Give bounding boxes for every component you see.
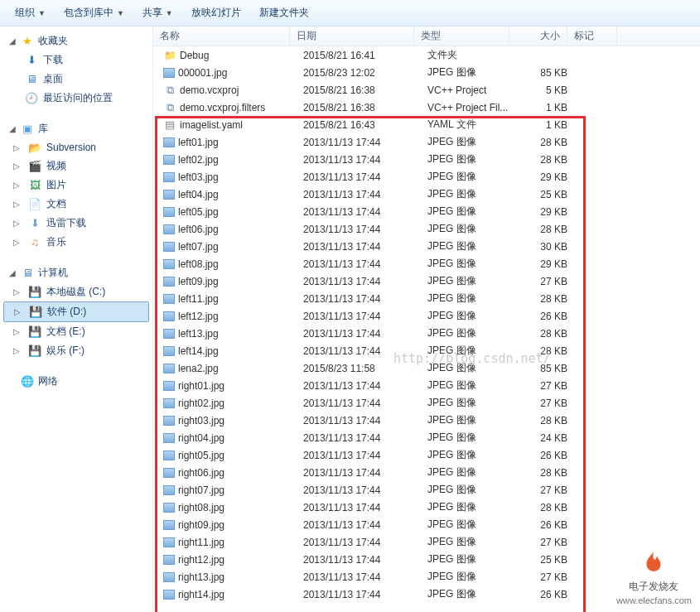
sidebar-item[interactable]: ▷🎬视频 (3, 157, 149, 176)
sidebar-item-label: 文档 (E:) (46, 325, 85, 339)
expand-icon[interactable]: ▷ (13, 287, 22, 296)
sub-icon: 📂 (28, 141, 41, 154)
jpg-icon (163, 398, 175, 408)
jpg-icon (163, 485, 175, 495)
file-row[interactable]: ▤imagelist.yaml2015/8/21 16:43YAML 文件1 K… (153, 116, 700, 133)
column-date[interactable]: 日期 (290, 27, 414, 46)
file-name: left14.jpg (178, 345, 219, 357)
file-list[interactable]: http://blog.csdn.net/ 📁Debug2015/8/21 16… (153, 46, 700, 612)
expand-icon[interactable]: ▷ (13, 181, 22, 190)
file-type: JPEG 图像 (421, 570, 516, 584)
sidebar-network[interactable]: 🌐 网络 (3, 372, 149, 391)
file-row[interactable]: 📁Debug2015/8/21 16:41文件夹 (153, 46, 700, 64)
file-row[interactable]: left09.jpg2013/11/13 17:44JPEG 图像27 KB (153, 272, 700, 290)
file-row[interactable]: right07.jpg2013/11/13 17:44JPEG 图像27 KB (153, 481, 700, 499)
jpg-icon (163, 207, 175, 217)
file-row[interactable]: ⧉demo.vcxproj.filters2015/8/21 16:38VC++… (153, 99, 700, 116)
file-row[interactable]: lena2.jpg2015/8/23 11:58JPEG 图像85 KB (153, 359, 700, 377)
file-size: 27 KB (516, 380, 574, 392)
toolbar-newfolder-label: 新建文件夹 (259, 6, 309, 20)
sidebar-item[interactable]: 🕘最近访问的位置 (3, 89, 149, 108)
file-row[interactable]: left14.jpg2013/11/13 17:44JPEG 图像28 KB (153, 342, 700, 359)
file-date: 2013/11/13 17:44 (297, 189, 421, 200)
sidebar-item-label: 视频 (46, 159, 66, 173)
file-row[interactable]: right01.jpg2013/11/13 17:44JPEG 图像27 KB (153, 377, 700, 394)
file-row[interactable]: 000001.jpg2015/8/23 12:02JPEG 图像85 KB (153, 64, 700, 81)
sidebar-item[interactable]: ▷💾文档 (E:) (3, 322, 149, 341)
file-date: 2013/11/13 17:44 (297, 137, 421, 148)
sidebar-item[interactable]: ▷⬇迅雷下载 (3, 214, 149, 233)
file-row[interactable]: left04.jpg2013/11/13 17:44JPEG 图像25 KB (153, 186, 700, 203)
file-row[interactable]: right02.jpg2013/11/13 17:44JPEG 图像27 KB (153, 394, 700, 412)
file-name: right07.jpg (178, 484, 224, 496)
file-date: 2013/11/13 17:44 (297, 171, 421, 183)
file-type: JPEG 图像 (421, 205, 516, 219)
expand-icon[interactable]: ▷ (13, 346, 22, 355)
column-type[interactable]: 类型 (414, 27, 509, 46)
sidebar-item[interactable]: ⬇下载 (3, 51, 149, 70)
file-row[interactable]: left01.jpg2013/11/13 17:44JPEG 图像28 KB (153, 133, 700, 151)
file-name: demo.vcxproj.filters (180, 102, 265, 113)
toolbar-organize[interactable]: 组织 ▼ (7, 2, 54, 23)
file-row[interactable]: right08.jpg2013/11/13 17:44JPEG 图像28 KB (153, 499, 700, 516)
file-date: 2013/11/13 17:44 (297, 571, 421, 583)
file-size: 85 KB (516, 67, 574, 79)
expand-icon[interactable]: ▷ (13, 161, 22, 171)
file-size: 28 KB (516, 328, 574, 340)
sidebar-item[interactable]: ▷🖼图片 (3, 176, 149, 195)
file-row[interactable]: ⧉demo.vcxproj2015/8/21 16:38VC++ Project… (153, 81, 700, 99)
file-type: VC++ Project (421, 84, 516, 96)
toolbar-include[interactable]: 包含到库中 ▼ (56, 2, 133, 23)
computer-icon: 🖥 (21, 267, 34, 280)
file-row[interactable]: left05.jpg2013/11/13 17:44JPEG 图像29 KB (153, 203, 700, 220)
file-row[interactable]: left07.jpg2013/11/13 17:44JPEG 图像30 KB (153, 238, 700, 255)
file-row[interactable]: left08.jpg2013/11/13 17:44JPEG 图像29 KB (153, 255, 700, 272)
file-size: 25 KB (516, 189, 574, 200)
file-type: JPEG 图像 (421, 257, 516, 271)
sidebar-item[interactable]: ▷📂Subversion (3, 138, 149, 157)
sidebar-favorites[interactable]: ◢ ★ 收藏夹 (3, 31, 149, 51)
file-type: JPEG 图像 (421, 535, 516, 549)
flame-icon (639, 548, 669, 578)
file-row[interactable]: left02.jpg2013/11/13 17:44JPEG 图像28 KB (153, 151, 700, 168)
toolbar-slideshow[interactable]: 放映幻灯片 (183, 2, 249, 23)
xl-icon: ⬇ (28, 217, 41, 230)
file-name: right04.jpg (178, 432, 224, 444)
expand-icon[interactable]: ▷ (14, 307, 22, 316)
sidebar-item[interactable]: ▷💾娱乐 (F:) (3, 341, 149, 360)
file-row[interactable]: left13.jpg2013/11/13 17:44JPEG 图像28 KB (153, 325, 700, 342)
sidebar-item[interactable]: ▷💾软件 (D:) (3, 301, 149, 322)
file-type: JPEG 图像 (421, 500, 516, 514)
expand-icon[interactable]: ▷ (13, 219, 22, 228)
file-row[interactable]: right04.jpg2013/11/13 17:44JPEG 图像24 KB (153, 429, 700, 446)
file-size: 28 KB (516, 502, 574, 513)
file-row[interactable]: right06.jpg2013/11/13 17:44JPEG 图像28 KB (153, 464, 700, 481)
sidebar-item[interactable]: ▷💾本地磁盘 (C:) (3, 282, 149, 301)
toolbar-newfolder[interactable]: 新建文件夹 (251, 2, 317, 23)
file-row[interactable]: right03.jpg2013/11/13 17:44JPEG 图像28 KB (153, 412, 700, 429)
expand-icon[interactable]: ▷ (13, 143, 22, 152)
file-row[interactable]: left06.jpg2013/11/13 17:44JPEG 图像28 KB (153, 220, 700, 238)
sidebar-item[interactable]: ▷♫音乐 (3, 233, 149, 252)
jpg-icon (163, 346, 175, 356)
sidebar-computer-label: 计算机 (38, 266, 68, 280)
expand-icon[interactable]: ▷ (13, 238, 22, 247)
expand-icon[interactable]: ▷ (13, 200, 22, 209)
column-name[interactable]: 名称 (153, 27, 290, 46)
file-row[interactable]: right09.jpg2013/11/13 17:44JPEG 图像26 KB (153, 516, 700, 533)
file-row[interactable]: left03.jpg2013/11/13 17:44JPEG 图像29 KB (153, 168, 700, 186)
column-size[interactable]: 大小 (509, 27, 567, 46)
file-type: JPEG 图像 (421, 170, 516, 184)
file-row[interactable]: right05.jpg2013/11/13 17:44JPEG 图像26 KB (153, 446, 700, 464)
column-tag[interactable]: 标记 (567, 27, 617, 46)
file-date: 2013/11/13 17:44 (297, 206, 421, 218)
sidebar-libraries[interactable]: ◢ ▣ 库 (3, 119, 149, 138)
file-row[interactable]: left11.jpg2013/11/13 17:44JPEG 图像28 KB (153, 290, 700, 307)
toolbar-share[interactable]: 共享 ▼ (134, 2, 181, 23)
expand-icon[interactable]: ▷ (13, 327, 22, 336)
jpg-icon (163, 468, 175, 478)
sidebar-computer[interactable]: ◢ 🖥 计算机 (3, 263, 149, 282)
file-row[interactable]: left12.jpg2013/11/13 17:44JPEG 图像26 KB (153, 307, 700, 325)
sidebar-item[interactable]: ▷📄文档 (3, 195, 149, 214)
sidebar-item[interactable]: 🖥桌面 (3, 70, 149, 89)
